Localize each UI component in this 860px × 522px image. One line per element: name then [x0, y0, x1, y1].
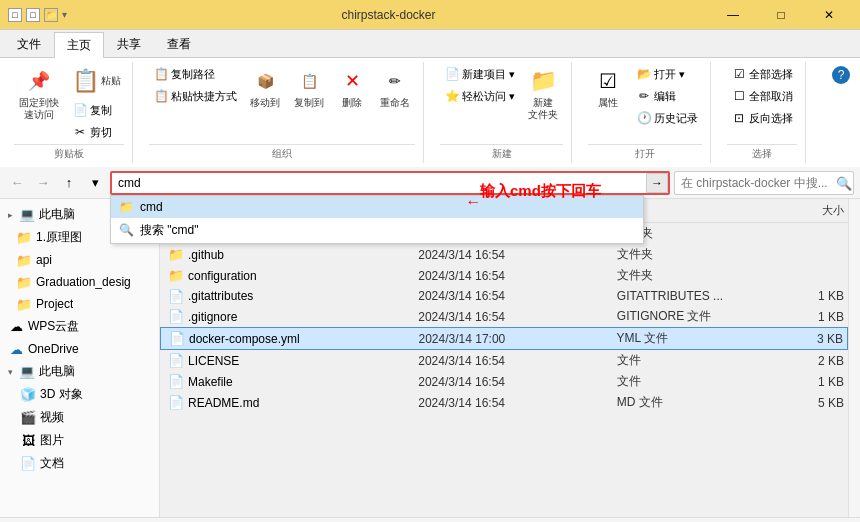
ribbon-group-clipboard: 📌 固定到快速访问 📋 粘贴 📄 复制 ✂	[6, 62, 133, 163]
tab-home[interactable]: 主页	[54, 32, 104, 58]
file-cell-date: 2024/3/14 16:54	[414, 268, 613, 284]
search-input[interactable]	[674, 171, 854, 195]
select-none-button[interactable]: ☐ 全部取消	[727, 86, 797, 106]
paste-label: 粘贴	[101, 75, 121, 87]
up-button[interactable]: ↑	[58, 172, 80, 194]
table-row[interactable]: 📁 configuration 2024/3/14 16:54 文件夹	[160, 265, 848, 286]
invert-button[interactable]: ⊡ 反向选择	[727, 108, 797, 128]
this-pc-top-label: 此电脑	[39, 206, 75, 223]
file-cell-size: 1 KB	[764, 288, 848, 304]
video-icon: 🎬	[20, 410, 36, 426]
sidebar-item-api[interactable]: 📁 api	[0, 249, 159, 271]
file-cell-name: 📄 README.md	[160, 394, 414, 412]
tab-share[interactable]: 共享	[104, 31, 154, 57]
sidebar-item-pictures[interactable]: 🖼 图片	[0, 429, 159, 452]
onedrive-label: OneDrive	[28, 342, 79, 356]
copy-to-button[interactable]: 📋 复制到	[289, 64, 329, 112]
file-name: .github	[188, 248, 224, 262]
address-go-button[interactable]: →	[646, 173, 668, 193]
copy-path-button[interactable]: 📋 复制路径	[149, 64, 241, 84]
close-button[interactable]: ✕	[806, 0, 852, 30]
maximize-button[interactable]: □	[758, 0, 804, 30]
select-all-button[interactable]: ☑ 全部选择	[727, 64, 797, 84]
properties-button[interactable]: ☑ 属性	[588, 64, 628, 112]
table-row[interactable]: 📄 .gitattributes 2024/3/14 16:54 GITATTR…	[160, 286, 848, 306]
paste-shortcut-icon: 📋	[153, 88, 169, 104]
file-cell-name: 📄 LICENSE	[160, 352, 414, 370]
minimize-button[interactable]: —	[710, 0, 756, 30]
easy-access-button[interactable]: ⭐ 轻松访问 ▾	[440, 86, 519, 106]
invert-label: 反向选择	[749, 111, 793, 126]
back-button[interactable]: ←	[6, 172, 28, 194]
ribbon-group-select: ☑ 全部选择 ☐ 全部取消 ⊡ 反向选择 选择	[719, 62, 806, 163]
sidebar-item-docs[interactable]: 📄 文档	[0, 452, 159, 475]
table-row[interactable]: 📄 docker-compose.yml 2024/3/14 17:00 YML…	[160, 327, 848, 350]
file-cell-size: 1 KB	[764, 374, 848, 390]
pictures-label: 图片	[40, 432, 64, 449]
title-bar: □ □ 📁 ▾ chirpstack-docker — □ ✕	[0, 0, 860, 30]
copy-button[interactable]: 📄 复制	[68, 100, 124, 120]
file-icon: 📄	[168, 374, 184, 390]
move-to-label: 移动到	[250, 97, 280, 109]
delete-icon: ✕	[338, 67, 366, 95]
sidebar-item-3d[interactable]: 🧊 3D 对象	[0, 383, 159, 406]
sidebar-item-wps[interactable]: ☁ WPS云盘	[0, 315, 159, 338]
sidebar-item-project[interactable]: 📁 Project	[0, 293, 159, 315]
yuanlitu-label: 1.原理图	[36, 229, 82, 246]
delete-button[interactable]: ✕ 删除	[333, 64, 371, 112]
paste-button[interactable]: 📋 粘贴	[68, 64, 124, 98]
cut-label: 剪切	[90, 125, 112, 140]
cut-button[interactable]: ✂ 剪切	[68, 122, 124, 142]
open-icon: 📂	[636, 66, 652, 82]
properties-label: 属性	[598, 97, 618, 109]
api-label: api	[36, 253, 52, 267]
easy-access-icon: ⭐	[444, 88, 460, 104]
file-cell-type: YML 文件	[613, 329, 764, 348]
table-row[interactable]: 📄 README.md 2024/3/14 16:54 MD 文件 5 KB	[160, 392, 848, 413]
search-button[interactable]: 🔍	[836, 175, 852, 190]
graduation-label: Graduation_desig	[36, 275, 131, 289]
help-button[interactable]: ?	[832, 66, 850, 84]
dropdown-item-search[interactable]: 🔍 搜索 "cmd"	[111, 218, 643, 243]
sidebar-item-graduation[interactable]: 📁 Graduation_desig	[0, 271, 159, 293]
edit-button[interactable]: ✏ 编辑	[632, 86, 702, 106]
sidebar-item-onedrive[interactable]: ☁ OneDrive	[0, 338, 159, 360]
history-button[interactable]: 🕐 历史记录	[632, 108, 702, 128]
sidebar-item-video[interactable]: 🎬 视频	[0, 406, 159, 429]
annotation-arrow: →	[465, 193, 481, 211]
file-cell-date: 2024/3/14 16:54	[414, 288, 613, 304]
tab-file[interactable]: 文件	[4, 31, 54, 57]
sidebar-item-this-pc[interactable]: ▾ 💻 此电脑	[0, 360, 159, 383]
sidebar: ▸ 💻 此电脑 📁 1.原理图 📁 api 📁 Graduation_desig…	[0, 199, 160, 517]
select-none-label: 全部取消	[749, 89, 793, 104]
edit-label: 编辑	[654, 89, 676, 104]
address-dropdown: 📁 cmd 🔍 搜索 "cmd"	[110, 195, 644, 244]
project-icon: 📁	[16, 296, 32, 312]
paste-shortcut-button[interactable]: 📋 粘贴快捷方式	[149, 86, 241, 106]
onedrive-icon: ☁	[8, 341, 24, 357]
file-list: 名称 修改日期 类型 大小 📁 .git 文件夹 📁 .github 2024/…	[160, 199, 848, 517]
table-row[interactable]: 📄 .gitignore 2024/3/14 16:54 GITIGNORE 文…	[160, 306, 848, 327]
pin-button[interactable]: 📌 固定到快速访问	[14, 64, 64, 124]
select-all-icon: ☑	[731, 66, 747, 82]
scrollbar-right[interactable]	[848, 199, 860, 517]
new-item-button[interactable]: 📄 新建项目 ▾	[440, 64, 519, 84]
new-item-icon: 📄	[444, 66, 460, 82]
dropdown-cmd-label: cmd	[140, 200, 163, 214]
new-folder-button[interactable]: 📁 新建文件夹	[523, 64, 563, 124]
dropdown-search-icon: 🔍	[119, 223, 134, 237]
col-header-size[interactable]: 大小	[764, 201, 848, 220]
recent-button[interactable]: ▾	[84, 172, 106, 194]
table-row[interactable]: 📁 .github 2024/3/14 16:54 文件夹	[160, 244, 848, 265]
rename-button[interactable]: ✏ 重命名	[375, 64, 415, 112]
main-content: ▸ 💻 此电脑 📁 1.原理图 📁 api 📁 Graduation_desig…	[0, 199, 860, 517]
table-row[interactable]: 📄 LICENSE 2024/3/14 16:54 文件 2 KB	[160, 350, 848, 371]
file-icon: 📄	[168, 353, 184, 369]
table-row[interactable]: 📄 Makefile 2024/3/14 16:54 文件 1 KB	[160, 371, 848, 392]
tab-view[interactable]: 查看	[154, 31, 204, 57]
file-cell-type: GITIGNORE 文件	[613, 307, 764, 326]
open-button[interactable]: 📂 打开 ▾	[632, 64, 702, 84]
forward-button[interactable]: →	[32, 172, 54, 194]
file-icon: 📄	[168, 288, 184, 304]
move-to-button[interactable]: 📦 移动到	[245, 64, 285, 112]
